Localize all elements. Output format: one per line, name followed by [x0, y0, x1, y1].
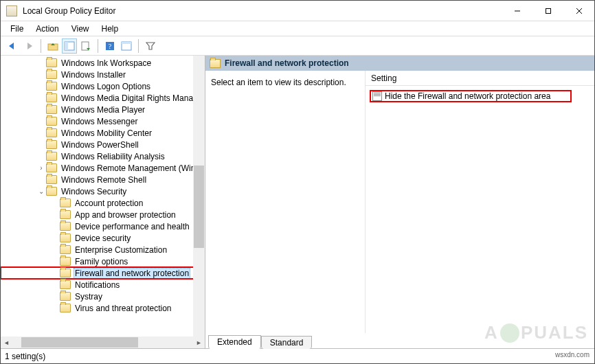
toolbar-separator	[41, 39, 41, 53]
tree-item[interactable]: ›Device security	[1, 232, 205, 244]
scrollbar-thumb[interactable]	[21, 337, 138, 348]
forward-button[interactable]	[21, 38, 36, 54]
folder-icon	[46, 128, 57, 137]
tree-item-label: Windows Mobility Center	[60, 128, 153, 138]
tree-item-label: Device performance and health	[74, 222, 191, 231]
toolbar: ?	[1, 36, 594, 56]
folder-icon	[46, 105, 57, 114]
app-icon	[6, 5, 17, 16]
titlebar: Local Group Policy Editor	[1, 1, 594, 21]
tree-item[interactable]: ›Windows Media Digital Rights Manag	[1, 92, 205, 104]
tree-item[interactable]: ›Windows Messenger	[1, 115, 205, 127]
help-icon[interactable]: ?	[102, 38, 117, 54]
menu-action[interactable]: Action	[30, 23, 64, 35]
expand-icon[interactable]: ›	[36, 164, 46, 172]
column-header-label: Setting	[371, 73, 396, 83]
tree-item[interactable]: ›Virus and threat protection	[1, 302, 205, 314]
tab-label: Standard	[270, 338, 304, 348]
details-heading: Firewall and network protection	[225, 58, 349, 68]
setting-item[interactable]: Hide the Firewall and network protection…	[370, 90, 572, 102]
tree-item[interactable]: ›Windows PowerShell	[1, 139, 205, 150]
tree-item[interactable]: ›Windows Installer	[1, 69, 205, 80]
tree-item[interactable]: ›Family options	[1, 255, 205, 267]
tree-item[interactable]: ⌄Windows Security	[1, 185, 205, 197]
tree-item[interactable]: ›Windows Remote Management (Winl	[1, 162, 205, 174]
up-folder-icon[interactable]	[45, 38, 60, 54]
tree-item-label: Virus and threat protection	[74, 304, 173, 313]
folder-icon	[46, 70, 57, 79]
tree-item[interactable]: ›Windows Reliability Analysis	[1, 150, 205, 162]
tree-item-label: Windows Ink Workspace	[60, 58, 153, 68]
folder-icon	[46, 82, 57, 91]
tree-item-label: Firewall and network protection	[74, 268, 190, 279]
policy-tree[interactable]: ›Windows Ink Workspace›Windows Installer…	[1, 56, 205, 348]
settings-column-header[interactable]: Setting	[366, 71, 594, 86]
tree-item[interactable]: ›Windows Mobility Center	[1, 127, 205, 139]
properties-icon[interactable]	[119, 38, 134, 54]
tree-item[interactable]: ›Windows Media Player	[1, 104, 205, 115]
tree-item[interactable]: ›App and browser protection	[1, 209, 205, 220]
menu-file[interactable]: File	[5, 23, 29, 35]
settings-column: Setting Hide the Firewall and network pr…	[365, 71, 594, 333]
scrollbar-thumb[interactable]	[194, 166, 204, 248]
tree-scrollbar-horizontal[interactable]: ◄ ►	[1, 337, 205, 348]
app-window: Local Group Policy Editor File Action Vi…	[0, 0, 595, 364]
folder-icon	[60, 280, 71, 289]
tree-item[interactable]: ›Windows Remote Shell	[1, 174, 205, 185]
folder-icon	[46, 140, 57, 149]
menu-view[interactable]: View	[66, 23, 95, 35]
tree-item-label: Windows Reliability Analysis	[60, 152, 166, 161]
tree-item[interactable]: ›Enterprise Customization	[1, 244, 205, 255]
scroll-right-icon[interactable]: ►	[193, 337, 205, 348]
tree-item-label: Account protection	[74, 198, 144, 208]
tab-standard[interactable]: Standard	[261, 336, 313, 349]
tree-item-label: Systray	[74, 292, 104, 302]
content-area: ›Windows Ink Workspace›Windows Installer…	[1, 56, 594, 348]
tree-item[interactable]: ›Systray	[1, 291, 205, 302]
tree-scrollbar-vertical[interactable]	[193, 56, 205, 337]
folder-icon	[46, 187, 57, 196]
maximize-button[interactable]	[532, 1, 563, 21]
export-list-icon[interactable]	[78, 38, 93, 54]
collapse-icon[interactable]: ⌄	[36, 187, 46, 195]
folder-icon	[46, 152, 57, 161]
tree-item-label: App and browser protection	[74, 210, 177, 220]
tree-item-label: Windows Media Digital Rights Manag	[60, 93, 199, 103]
tree-item[interactable]: ›Account protection	[1, 197, 205, 209]
folder-icon	[60, 257, 71, 266]
tree-item-label: Windows Remote Management (Winl	[60, 163, 199, 173]
window-title: Local Group Policy Editor	[23, 6, 502, 16]
show-hide-tree-icon[interactable]	[62, 38, 77, 54]
folder-icon	[60, 210, 71, 219]
menubar: File Action View Help	[1, 21, 594, 36]
statusbar: 1 setting(s)	[1, 348, 594, 363]
setting-label: Hide the Firewall and network protection…	[385, 91, 550, 101]
folder-icon	[60, 234, 71, 242]
minimize-button[interactable]	[502, 1, 532, 21]
tree-item[interactable]: ›Windows Ink Workspace	[1, 57, 205, 69]
scroll-left-icon[interactable]: ◄	[1, 337, 12, 348]
tab-label: Extended	[217, 337, 252, 347]
toolbar-separator	[138, 39, 139, 53]
filter-icon[interactable]	[143, 38, 158, 54]
tree-item-label: Windows Messenger	[60, 117, 139, 126]
tree-item[interactable]: ›Notifications	[1, 279, 205, 291]
close-button[interactable]	[563, 1, 594, 21]
tree-item-label: Family options	[74, 257, 129, 266]
tree-item-label: Windows Security	[60, 187, 128, 196]
back-button[interactable]	[5, 38, 20, 54]
folder-icon	[60, 222, 71, 231]
tree-item[interactable]: ›Device performance and health	[1, 220, 205, 232]
folder-icon	[46, 58, 57, 67]
toolbar-separator	[98, 39, 98, 53]
tree-item[interactable]: ›Firewall and network protection	[1, 267, 205, 279]
tab-extended[interactable]: Extended	[208, 335, 261, 349]
details-body: Select an item to view its description. …	[205, 71, 594, 333]
folder-icon	[60, 304, 71, 312]
tree-item-label: Windows PowerShell	[60, 140, 140, 150]
menu-help[interactable]: Help	[96, 23, 124, 35]
tree-item[interactable]: ›Windows Logon Options	[1, 80, 205, 92]
folder-icon	[60, 198, 71, 207]
svg-rect-11	[122, 42, 131, 44]
tree-item-label: Windows Installer	[60, 70, 127, 80]
